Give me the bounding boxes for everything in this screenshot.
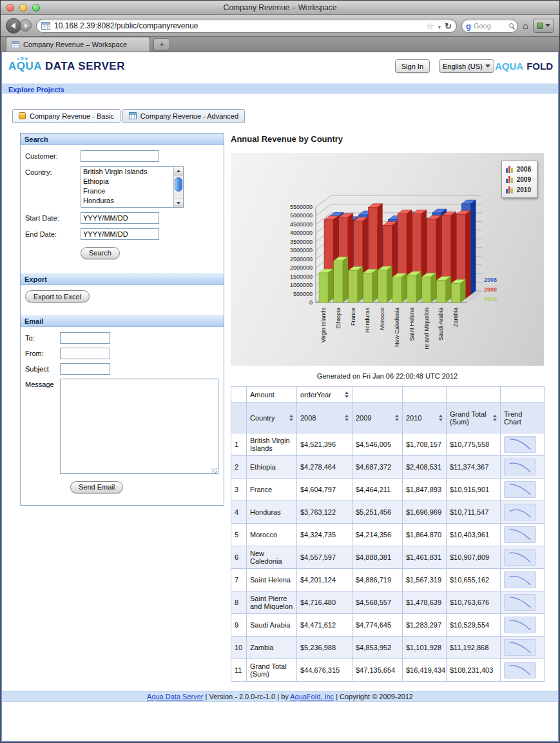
cell-2009: $4,568,557 [352, 591, 403, 614]
browser-tab[interactable]: Company Revenue – Workspace [6, 37, 150, 52]
cell-grand-total: $10,775,558 [447, 433, 501, 456]
trend-sparkline[interactable] [504, 639, 536, 656]
grand-total-header[interactable]: Grand Total (Sum) [447, 402, 501, 433]
col-2010-header[interactable]: 2010 [403, 402, 447, 433]
aquafold-link[interactable]: AquaFold, Inc [290, 693, 334, 700]
country-option[interactable]: British Virgin Islands [81, 167, 173, 177]
legend-item: 2009 [506, 174, 531, 184]
cell-2010: $1,708,157 [403, 433, 447, 456]
trend-sparkline[interactable] [504, 436, 536, 453]
cell-2010: $16,419,434 [403, 659, 447, 682]
country-listbox[interactable]: British Virgin IslandsEthiopiaFranceHond… [81, 166, 184, 208]
tab-company-revenue-advanced[interactable]: Company Revenue - Advanced [122, 109, 245, 123]
listbox-scrollbar[interactable] [173, 167, 183, 207]
search-button[interactable]: Search [81, 247, 120, 259]
table-row: 8Saint Pierre and Miquelon$4,716,480$4,5… [231, 591, 545, 614]
language-select[interactable]: English (US) [439, 59, 494, 73]
scroll-down-icon[interactable] [174, 199, 183, 207]
window-titlebar[interactable]: Company Revenue – Workspace [1, 1, 559, 15]
sort-icon [395, 415, 399, 421]
cell-2008: $4,521,396 [297, 433, 352, 456]
end-date-input[interactable] [81, 228, 159, 240]
trend-sparkline[interactable] [504, 526, 536, 543]
new-tab-button[interactable]: + [153, 38, 170, 50]
orderyear-header[interactable]: orderYear [297, 387, 352, 402]
row-number: 7 [231, 569, 247, 591]
minimize-window-button[interactable] [19, 4, 27, 12]
forward-arrow-icon [24, 23, 28, 28]
resize-grip-icon[interactable] [211, 468, 217, 474]
explore-projects-link[interactable]: Explore Projects [8, 86, 64, 94]
series-bars-icon [506, 175, 513, 183]
trend-sparkline[interactable] [504, 459, 536, 475]
home-button[interactable] [523, 20, 528, 32]
email-message-textarea[interactable] [60, 379, 218, 474]
trend-sparkline[interactable] [504, 571, 536, 588]
trend-sparkline[interactable] [504, 617, 536, 633]
trend-chart-cell[interactable] [501, 569, 545, 591]
scrollbar-thumb[interactable] [175, 177, 182, 192]
cell-2008: $4,278,464 [297, 456, 352, 479]
trend-sparkline[interactable] [504, 662, 536, 679]
col-2008-header[interactable]: 2008 [297, 402, 352, 433]
cell-2009: $4,888,381 [352, 546, 403, 569]
export-to-excel-button[interactable]: Export to Excel [25, 290, 90, 302]
cell-country: New Caledonia [247, 546, 297, 569]
address-bar[interactable]: 10.168.2.39:8082/public/companyrevenue [36, 19, 457, 33]
trend-chart-cell[interactable] [501, 479, 545, 501]
tab-company-revenue-basic[interactable]: Company Revenue - Basic [12, 109, 121, 123]
export-section-header: Export [21, 273, 224, 285]
trend-sparkline[interactable] [504, 481, 536, 498]
email-from-input[interactable] [60, 348, 110, 359]
customer-input[interactable] [81, 150, 159, 162]
start-date-input[interactable] [81, 212, 159, 224]
sign-in-button[interactable]: Sign In [395, 59, 430, 73]
legend-item: 2008 [506, 164, 531, 174]
trend-chart-cell[interactable] [501, 456, 545, 479]
cell-2010: $1,847,893 [403, 479, 447, 501]
cell-2009: $4,687,372 [352, 456, 403, 479]
trend-chart-cell[interactable] [501, 433, 545, 456]
country-option[interactable]: Ethiopia [81, 177, 173, 186]
col-2009-header[interactable]: 2009 [352, 402, 403, 433]
scroll-up-icon[interactable] [174, 167, 183, 175]
svg-text:2008: 2008 [484, 277, 497, 283]
extension-icon [537, 23, 543, 29]
email-message-label: Message [25, 379, 60, 477]
row-number: 6 [231, 546, 247, 569]
trend-sparkline[interactable] [504, 504, 536, 520]
sort-icon [345, 415, 349, 421]
send-email-button[interactable]: Send Email [70, 481, 123, 493]
browser-toolbar: 10.168.2.39:8082/public/companyrevenue G… [1, 15, 559, 37]
extensions-button[interactable] [533, 19, 554, 33]
trend-chart-cell[interactable] [501, 659, 545, 682]
page-content: Company Revenue - Basic Company Revenue … [2, 94, 558, 702]
web-search-field[interactable]: Goog [461, 19, 518, 33]
close-window-button[interactable] [6, 4, 14, 12]
country-option[interactable]: Honduras [81, 196, 173, 206]
email-subject-input[interactable] [60, 363, 110, 375]
zoom-window-button[interactable] [32, 4, 40, 12]
search-magnifier-icon[interactable] [509, 23, 514, 28]
back-button[interactable] [6, 18, 21, 34]
row-number: 11 [231, 659, 247, 682]
trend-sparkline[interactable] [504, 549, 536, 566]
url-dropdown-icon[interactable] [438, 20, 441, 32]
trend-chart-cell[interactable] [501, 637, 545, 659]
country-column-header[interactable]: Country [247, 402, 297, 433]
reload-icon[interactable] [445, 20, 452, 32]
trend-chart-cell[interactable] [501, 546, 545, 569]
country-option[interactable]: France [81, 186, 173, 196]
trend-chart-cell[interactable] [501, 591, 545, 614]
trend-sparkline[interactable] [504, 594, 536, 611]
trend-chart-cell[interactable] [501, 614, 545, 637]
email-to-input[interactable] [60, 332, 110, 344]
trend-chart-cell[interactable] [501, 501, 545, 524]
bookmark-star-icon[interactable] [427, 20, 434, 32]
url-text[interactable]: 10.168.2.39:8082/public/companyrevenue [54, 21, 423, 30]
aqua-data-server-link[interactable]: Aqua Data Server [147, 693, 203, 700]
web-search-text[interactable]: Goog [474, 22, 507, 30]
cell-2008: $4,716,480 [297, 591, 352, 614]
trend-chart-cell[interactable] [501, 524, 545, 546]
table-row: 5Morocco$4,324,735$4,214,356$1,864,870$1… [231, 524, 545, 546]
